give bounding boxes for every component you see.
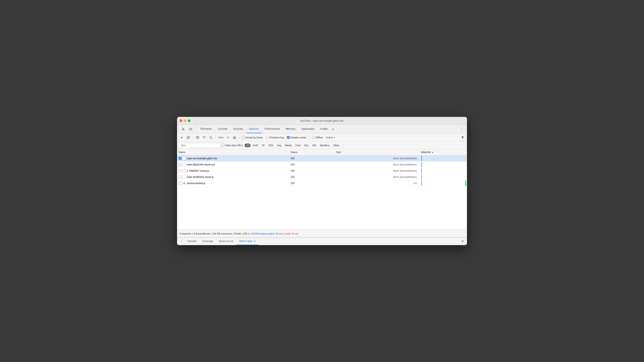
tab-audits[interactable]: Audits	[317, 125, 330, 133]
drawer-tab-whats-new[interactable]: What's New✕	[236, 238, 259, 245]
table-row[interactable]: react-sw-example.glitch.me200(from Servi…	[177, 155, 467, 162]
online-select[interactable]: Online ▼	[326, 136, 336, 139]
file-icon	[183, 157, 186, 160]
header-name[interactable]: Name	[177, 151, 289, 154]
clear-button[interactable]	[185, 135, 191, 141]
filter-type-ws[interactable]: WS	[310, 144, 318, 147]
disable-cache-checkbox[interactable]	[287, 136, 290, 139]
cell-waterfall	[419, 180, 467, 186]
file-name: 2.7fdd42b7.chunk.js	[187, 170, 209, 172]
row-checkbox[interactable]	[179, 182, 182, 184]
offline-label[interactable]: Offline	[316, 136, 322, 139]
filter-button[interactable]	[201, 135, 207, 141]
cell-status: 200	[289, 157, 334, 160]
tab-console[interactable]: Console	[214, 125, 230, 133]
cell-size: (from ServiceWorker)	[334, 157, 419, 160]
filter-type-js[interactable]: JS	[260, 144, 266, 147]
pointer-icon[interactable]	[180, 126, 187, 132]
filter-type-other[interactable]: Other	[332, 144, 341, 147]
record-button[interactable]: ●	[179, 135, 184, 141]
row-checkbox[interactable]	[179, 176, 182, 178]
detail-view-button[interactable]	[232, 135, 237, 141]
group-by-frame-label[interactable]: Group by frame	[246, 136, 263, 139]
filter-type-css[interactable]: CSS	[266, 144, 275, 147]
offline-checkbox[interactable]	[312, 136, 315, 139]
filter-type-xhr[interactable]: XHR	[251, 144, 260, 147]
offline-group: Offline	[312, 136, 322, 139]
filter-type-img[interactable]: Img	[276, 144, 283, 147]
drawer-tab-coverage[interactable]: Coverage	[200, 238, 216, 245]
svg-rect-1	[191, 129, 192, 130]
minimize-button[interactable]	[184, 119, 186, 122]
tab-application[interactable]: Application	[298, 125, 318, 133]
cell-waterfall	[419, 155, 467, 161]
table-row[interactable]: main.8fb3a7b4.chunk.css200(from ServiceW…	[177, 162, 467, 168]
screenshot-button[interactable]	[195, 135, 200, 141]
table-row[interactable]: main.3cd46163.chunk.js200(from ServiceWo…	[177, 174, 467, 180]
tab-network[interactable]: Network	[246, 125, 262, 133]
svg-rect-9	[233, 136, 236, 137]
drawer-menu-button[interactable]: ⋮	[179, 238, 184, 244]
filter-type-media[interactable]: Media	[283, 144, 294, 147]
filter-type-font[interactable]: Font	[294, 144, 302, 147]
drawer-tab-console[interactable]: Console	[184, 238, 200, 245]
status-bar: 5 requests | 0 B transferred | 124 KB re…	[177, 230, 467, 237]
hide-data-urls-group: Hide data URLs	[222, 144, 243, 147]
svg-rect-11	[233, 138, 236, 139]
tab-elements[interactable]: Elements	[198, 125, 214, 133]
hide-data-urls-checkbox[interactable]	[222, 144, 224, 147]
table-body: react-sw-example.glitch.me200(from Servi…	[177, 155, 467, 201]
table-row[interactable]: 2.7fdd42b7.chunk.js200(from ServiceWorke…	[177, 168, 467, 174]
row-checkbox[interactable]	[179, 157, 182, 160]
hide-data-urls-label[interactable]: Hide data URLs	[225, 144, 243, 147]
header-waterfall[interactable]: Waterfall ▲	[419, 151, 467, 154]
cell-size: 0 B	[334, 182, 419, 185]
device-toggle-icon[interactable]	[188, 126, 194, 132]
drawer-tab-label: Quick source	[219, 240, 233, 243]
preserve-log-label[interactable]: Preserve log	[270, 136, 284, 139]
maximize-button[interactable]	[188, 119, 190, 122]
more-tabs-button[interactable]: »	[330, 125, 336, 133]
drawer-close-button[interactable]: ✕	[460, 238, 465, 244]
drawer-tab-label: Coverage	[202, 240, 213, 243]
cell-size: (from ServiceWorker)	[334, 176, 419, 179]
cell-status: 200	[289, 163, 334, 166]
tab-memory[interactable]: Memory	[283, 125, 298, 133]
empty-area	[177, 201, 467, 230]
filter-input[interactable]	[179, 143, 220, 148]
file-icon	[183, 169, 186, 173]
file-icon	[183, 163, 186, 166]
header-status[interactable]: Status	[289, 151, 334, 154]
filter-type-all[interactable]: All	[244, 144, 250, 147]
cell-size: (from ServiceWorker)	[334, 163, 419, 166]
tab-sources[interactable]: Sources	[230, 125, 246, 133]
cell-status: 200	[289, 170, 334, 172]
preserve-log-checkbox[interactable]	[266, 136, 269, 139]
row-checkbox[interactable]	[179, 163, 182, 166]
devtools-menu-button[interactable]: ⋮	[458, 125, 465, 133]
dom-content-loaded-link[interactable]: DOMContentLoaded: 52 ms	[252, 232, 282, 235]
filter-type-doc[interactable]: Doc	[302, 144, 310, 147]
row-checkbox[interactable]	[179, 170, 182, 172]
close-button[interactable]	[180, 119, 182, 122]
cell-waterfall	[419, 174, 467, 180]
drawer-tab-close-icon[interactable]: ✕	[253, 239, 256, 243]
tab-performance[interactable]: Performance	[262, 125, 283, 133]
header-size[interactable]: Size	[334, 151, 419, 154]
throttle-dropdown-icon[interactable]: ▼	[460, 135, 465, 140]
list-view-button[interactable]: ≡	[225, 135, 231, 141]
table-row[interactable]: ⚙service-worker.js2000 B	[177, 180, 467, 186]
cell-name: main.3cd46163.chunk.js	[177, 176, 289, 179]
file-name: service-worker.js	[187, 182, 205, 185]
drawer-tab-quick-source[interactable]: Quick source	[216, 238, 236, 245]
filter-type-manifest[interactable]: Manifest	[318, 144, 331, 147]
disable-cache-label[interactable]: Disable cache	[290, 136, 306, 139]
resources-size: 124 KB resources	[212, 232, 232, 235]
sort-arrow-icon: ▲	[432, 151, 434, 153]
group-by-frame-checkbox[interactable]	[242, 136, 245, 139]
search-button[interactable]	[208, 135, 214, 141]
network-content: Name Status Size Waterfall ▲ react-sw-ex…	[177, 149, 467, 230]
waterfall-green-bar	[465, 181, 466, 186]
file-icon: ⚙	[183, 181, 186, 185]
drawer: ⋮ ConsoleCoverageQuick sourceWhat's New✕…	[177, 237, 467, 245]
